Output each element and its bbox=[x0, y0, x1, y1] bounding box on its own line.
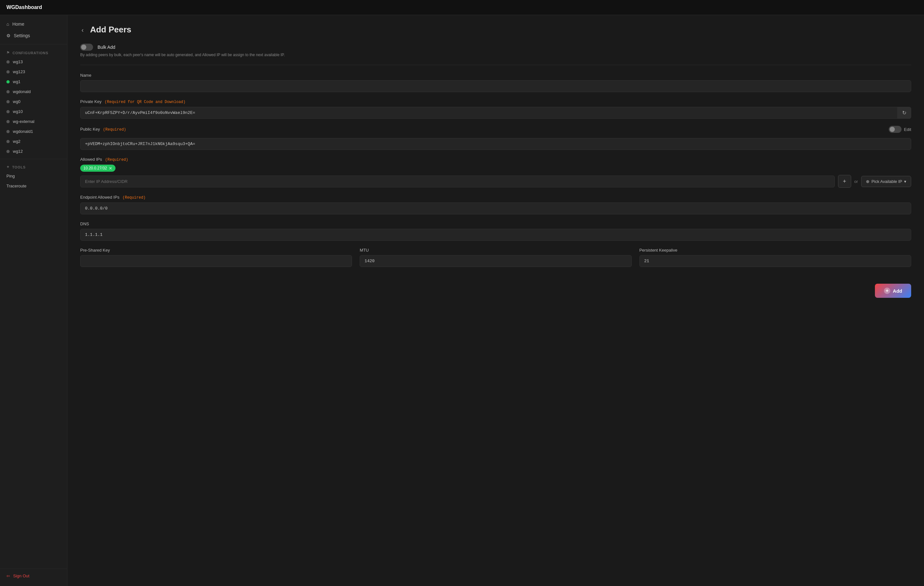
sidebar-item-home-label: Home bbox=[12, 21, 24, 26]
chevron-down-icon: ▾ bbox=[904, 179, 906, 184]
sidebar-config-wgdonald[interactable]: wgdonald bbox=[0, 87, 67, 97]
name-group: Name bbox=[80, 73, 911, 92]
configurations-icon: ⚑ bbox=[7, 51, 10, 55]
status-dot-wg-external bbox=[7, 120, 10, 123]
page-header: ‹ Add Peers bbox=[80, 25, 911, 35]
private-key-required-tag: (Required for QR Code and Download) bbox=[105, 100, 185, 104]
endpoint-allowed-ips-input[interactable] bbox=[80, 203, 911, 215]
or-text: or bbox=[855, 179, 858, 184]
tools-section-label: ✦ TOOLS bbox=[0, 162, 67, 171]
mtu-group: MTU bbox=[360, 248, 631, 267]
status-dot-wg12 bbox=[7, 150, 10, 153]
mtu-input[interactable] bbox=[360, 255, 631, 267]
ip-address-input[interactable] bbox=[80, 175, 835, 187]
ip-tag-0: 10.20.0.27/32 ✕ bbox=[80, 165, 116, 172]
persistent-keepalive-input[interactable] bbox=[639, 255, 911, 267]
page-title: Add Peers bbox=[90, 25, 132, 35]
status-dot-wg1 bbox=[7, 80, 10, 83]
sidebar-config-wg1[interactable]: wg1 bbox=[0, 77, 67, 87]
public-key-input[interactable] bbox=[80, 138, 911, 150]
sidebar-item-settings-label: Settings bbox=[14, 33, 30, 38]
public-key-group: Public Key (Required) Edit bbox=[80, 126, 911, 150]
name-input[interactable] bbox=[80, 80, 911, 92]
pre-shared-key-label: Pre-Shared Key bbox=[80, 248, 352, 253]
ip-tag-close-0[interactable]: ✕ bbox=[109, 166, 112, 170]
sidebar-config-wg13[interactable]: wg13 bbox=[0, 57, 67, 67]
private-key-input[interactable] bbox=[80, 107, 898, 119]
public-key-header: Public Key (Required) Edit bbox=[80, 126, 911, 133]
bulk-add-label: Bulk Add bbox=[97, 45, 115, 50]
ip-input-row: + or ⊕ Pick Available IP ▾ bbox=[80, 175, 911, 188]
status-dot-wgdonald1 bbox=[7, 130, 10, 133]
sidebar-item-settings[interactable]: ⚙ Settings bbox=[0, 30, 67, 41]
dns-input[interactable] bbox=[80, 229, 911, 241]
allowed-ips-tags: 10.20.0.27/32 ✕ bbox=[80, 165, 911, 172]
sign-out-label: Sign Out bbox=[13, 573, 30, 578]
bulk-add-row: Bulk Add bbox=[80, 44, 911, 51]
pick-ip-label: Pick Available IP bbox=[871, 179, 902, 184]
back-button[interactable]: ‹ bbox=[80, 25, 85, 34]
private-key-input-row: ↻ bbox=[80, 107, 911, 119]
app-title: WGDashboard bbox=[7, 5, 42, 10]
pre-shared-key-input[interactable] bbox=[80, 255, 352, 267]
ip-tag-value-0: 10.20.0.27/32 bbox=[83, 166, 107, 170]
sidebar-config-wgdonald1[interactable]: wgdonald1 bbox=[0, 126, 67, 136]
gear-icon: ⚙ bbox=[7, 33, 11, 38]
bulk-add-description: By adding peers by bulk, each peer's nam… bbox=[80, 53, 911, 57]
status-dot-wg2 bbox=[7, 140, 10, 143]
allowed-ips-required-tag: (Required) bbox=[105, 158, 128, 162]
sidebar-config-wg123[interactable]: wg123 bbox=[0, 67, 67, 77]
persistent-keepalive-group: Persistent Keepalive bbox=[639, 248, 911, 267]
sidebar-config-wg2[interactable]: wg2 bbox=[0, 136, 67, 146]
toggle-slider bbox=[80, 44, 93, 51]
private-key-label: Private Key (Required for QR Code and Do… bbox=[80, 99, 911, 104]
name-label: Name bbox=[80, 73, 911, 78]
tools-label: TOOLS bbox=[12, 165, 26, 169]
sign-out-button[interactable]: ⇦ Sign Out bbox=[0, 569, 67, 583]
status-dot-wg10 bbox=[7, 110, 10, 113]
configurations-section-label: ⚑ CONFIGURATIONS bbox=[0, 47, 67, 57]
edit-label: Edit bbox=[904, 127, 911, 132]
persistent-keepalive-label: Persistent Keepalive bbox=[639, 248, 911, 253]
actions-row: + Add bbox=[80, 284, 911, 298]
sign-out-icon: ⇦ bbox=[7, 573, 10, 578]
pick-ip-icon: ⊕ bbox=[866, 179, 870, 184]
dns-group: DNS bbox=[80, 221, 911, 241]
pick-available-ip-button[interactable]: ⊕ Pick Available IP ▾ bbox=[861, 176, 911, 187]
sidebar-divider-2 bbox=[0, 159, 67, 159]
endpoint-allowed-ips-group: Endpoint Allowed IPs (Required) bbox=[80, 195, 911, 215]
status-dot-wgdonald bbox=[7, 90, 10, 93]
add-icon: + bbox=[884, 287, 890, 294]
status-dot-wg13 bbox=[7, 60, 10, 64]
public-key-required-tag: (Required) bbox=[103, 127, 126, 132]
endpoint-allowed-ips-label: Endpoint Allowed IPs (Required) bbox=[80, 195, 911, 200]
public-key-label: Public Key (Required) bbox=[80, 127, 126, 132]
add-ip-button[interactable]: + bbox=[838, 175, 851, 188]
tools-icon: ✦ bbox=[7, 165, 10, 169]
allowed-ips-group: Allowed IPs (Required) 10.20.0.27/32 ✕ +… bbox=[80, 157, 911, 188]
bulk-add-toggle[interactable] bbox=[80, 44, 93, 51]
main-content: ‹ Add Peers Bulk Add By adding peers by … bbox=[68, 15, 924, 586]
home-icon: ⌂ bbox=[7, 21, 9, 26]
public-key-edit-toggle[interactable] bbox=[889, 126, 901, 133]
add-button-label: Add bbox=[893, 288, 902, 294]
sidebar-config-wg0[interactable]: wg0 bbox=[0, 97, 67, 107]
status-dot-wg123 bbox=[7, 70, 10, 74]
edit-toggle-row: Edit bbox=[889, 126, 911, 133]
private-key-group: Private Key (Required for QR Code and Do… bbox=[80, 99, 911, 119]
dns-label: DNS bbox=[80, 221, 911, 226]
sidebar-config-wg12[interactable]: wg12 bbox=[0, 146, 67, 156]
sidebar-item-home[interactable]: ⌂ Home bbox=[0, 18, 67, 30]
mtu-label: MTU bbox=[360, 248, 631, 253]
refresh-private-key-button[interactable]: ↻ bbox=[898, 107, 911, 119]
bottom-fields-row: Pre-Shared Key MTU Persistent Keepalive bbox=[80, 248, 911, 274]
pre-shared-key-group: Pre-Shared Key bbox=[80, 248, 352, 267]
status-dot-wg0 bbox=[7, 100, 10, 103]
sidebar-tool-ping[interactable]: Ping bbox=[0, 171, 67, 181]
add-peer-button[interactable]: + Add bbox=[875, 284, 911, 298]
sidebar-tool-traceroute[interactable]: Traceroute bbox=[0, 181, 67, 191]
sidebar-config-wg-external[interactable]: wg-external bbox=[0, 117, 67, 126]
sidebar-config-wg10[interactable]: wg10 bbox=[0, 107, 67, 117]
sidebar: ⌂ Home ⚙ Settings ⚑ CONFIGURATIONS wg13 … bbox=[0, 15, 68, 586]
topbar: WGDashboard bbox=[0, 0, 924, 15]
